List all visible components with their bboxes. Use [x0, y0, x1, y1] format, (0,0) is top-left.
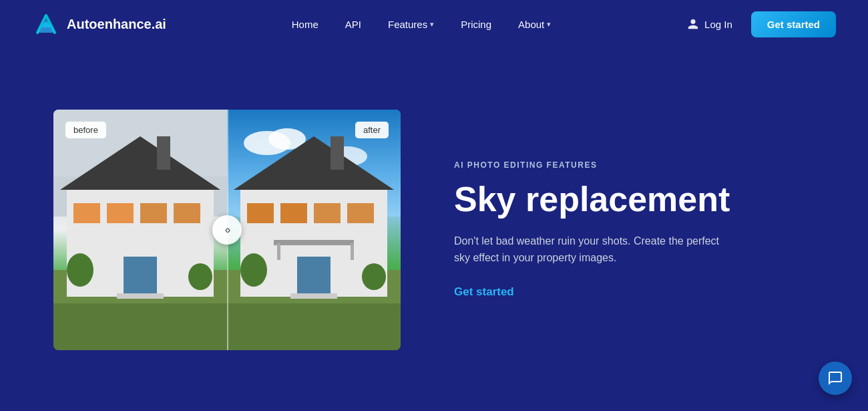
- slider-arrows-icon: ‹›: [225, 224, 230, 236]
- logo-area[interactable]: Autoenhance.ai: [32, 10, 166, 38]
- main-content: before after ‹› AI PHOTO EDITING FEATURE…: [0, 48, 868, 411]
- svg-point-31: [240, 253, 267, 287]
- before-image: [53, 110, 227, 350]
- after-label: after: [355, 122, 389, 138]
- svg-point-32: [362, 263, 386, 290]
- svg-rect-12: [117, 293, 164, 299]
- svg-rect-29: [290, 293, 337, 299]
- chat-bubble-button[interactable]: [819, 362, 852, 395]
- svg-rect-10: [174, 203, 200, 223]
- before-after-image: before after ‹›: [53, 110, 401, 350]
- svg-rect-8: [107, 203, 134, 223]
- nav-api[interactable]: API: [335, 13, 372, 35]
- nav-links: Home API Features ▾ Pricing About ▾: [281, 13, 562, 35]
- svg-rect-25: [280, 203, 307, 223]
- svg-rect-26: [314, 203, 341, 223]
- svg-rect-24: [247, 203, 274, 223]
- svg-rect-7: [73, 203, 100, 223]
- feature-tag: AI PHOTO EDITING FEATURES: [454, 160, 836, 170]
- svg-point-15: [188, 263, 212, 290]
- chat-icon: [827, 370, 843, 386]
- brand-name: Autoenhance.ai: [67, 17, 166, 32]
- hero-headline: Sky replacement: [454, 180, 836, 219]
- features-chevron-icon: ▾: [430, 20, 434, 29]
- svg-rect-28: [297, 257, 331, 297]
- svg-rect-34: [277, 243, 280, 260]
- hero-cta-link[interactable]: Get started: [454, 285, 514, 298]
- logo-icon: [32, 10, 60, 38]
- hero-description: Don't let bad weather ruin your shots. C…: [454, 233, 734, 267]
- before-label: before: [65, 122, 106, 138]
- user-icon: [687, 18, 699, 30]
- login-button[interactable]: Log In: [676, 13, 743, 35]
- after-image: [227, 110, 401, 350]
- before-after-slider[interactable]: ‹›: [212, 215, 242, 245]
- svg-rect-9: [140, 203, 167, 223]
- svg-rect-3: [53, 297, 227, 350]
- get-started-nav-button[interactable]: Get started: [751, 11, 836, 37]
- svg-rect-11: [124, 257, 157, 297]
- about-chevron-icon: ▾: [547, 20, 551, 29]
- svg-rect-20: [227, 297, 401, 350]
- nav-about[interactable]: About ▾: [507, 13, 562, 35]
- nav-features[interactable]: Features ▾: [377, 13, 445, 35]
- navbar: Autoenhance.ai Home API Features ▾ Prici…: [0, 0, 868, 48]
- svg-rect-35: [351, 243, 354, 260]
- svg-point-14: [67, 253, 93, 287]
- svg-rect-13: [157, 136, 170, 170]
- svg-rect-27: [347, 203, 374, 223]
- svg-rect-33: [274, 240, 354, 245]
- nav-home[interactable]: Home: [281, 13, 329, 35]
- hero-text: AI PHOTO EDITING FEATURES Sky replacemen…: [454, 160, 836, 298]
- nav-actions: Log In Get started: [676, 11, 836, 37]
- svg-rect-30: [331, 136, 344, 170]
- nav-pricing[interactable]: Pricing: [450, 13, 502, 35]
